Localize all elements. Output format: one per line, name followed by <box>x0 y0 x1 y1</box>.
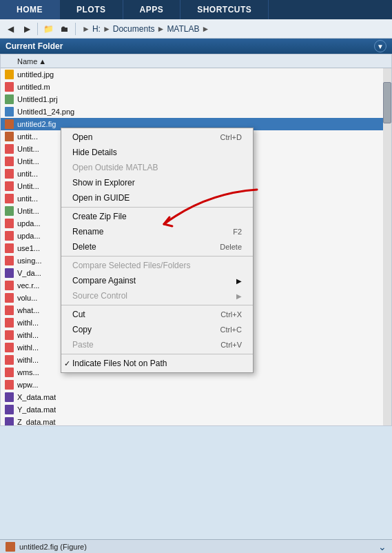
menu-separator <box>61 207 253 208</box>
file-type-icon <box>3 131 14 142</box>
file-type-icon <box>3 193 14 204</box>
menu-item-shortcut: Ctrl+V <box>220 341 242 349</box>
menu-separator <box>61 305 253 305</box>
menu-item-label: Rename <box>72 227 103 237</box>
file-type-icon <box>3 268 14 279</box>
back-button[interactable]: ◀ <box>3 21 18 37</box>
file-type-icon <box>3 243 14 254</box>
menu-item-shortcut: Ctrl+X <box>220 310 242 319</box>
file-name-label: X_data.mat <box>17 393 56 401</box>
menu-item[interactable]: OpenCtrl+D <box>61 130 253 145</box>
folder-icon: 🖿 <box>57 21 72 37</box>
breadcrumb-matlab[interactable]: MATLAB <box>167 24 199 34</box>
menu-item[interactable]: Compare Against▶ <box>61 273 253 288</box>
file-type-icon <box>3 255 14 266</box>
status-text: untitled2.fig (Figure) <box>19 543 87 551</box>
breadcrumb-sep-3: ► <box>202 24 210 34</box>
file-name-label: withl... <box>17 343 39 352</box>
file-type-icon <box>3 156 14 167</box>
file-type-icon <box>3 218 14 229</box>
scrollbar[interactable] <box>383 68 391 425</box>
menu-item-shortcut: Ctrl+C <box>220 325 242 334</box>
scrollbar-thumb[interactable] <box>383 82 391 123</box>
menu-item-shortcut: F2 <box>233 228 242 236</box>
menu-item[interactable]: Create Zip File <box>61 209 253 224</box>
file-name-label: Untit... <box>17 182 39 190</box>
menu-item[interactable]: RenameF2 <box>61 224 253 239</box>
file-name-label: upda... <box>17 232 41 240</box>
file-type-icon <box>3 94 14 105</box>
menu-item-label: Open Outside MATLAB <box>72 163 158 172</box>
menu-item-label: Hide Details <box>72 148 117 157</box>
name-column-label: Name <box>17 57 37 66</box>
submenu-arrow-icon: ▶ <box>236 292 242 300</box>
file-type-icon <box>3 292 14 303</box>
browse-button[interactable]: 📁 <box>41 21 56 37</box>
list-item[interactable]: Untitled1.prj <box>1 93 391 105</box>
list-item[interactable]: untitled.jpg <box>1 68 391 81</box>
list-item[interactable]: wpw... <box>1 379 391 391</box>
menu-item-shortcut: Delete <box>220 243 242 251</box>
menu-item[interactable]: Open in GUIDE <box>61 190 253 205</box>
file-type-icon <box>3 119 14 130</box>
toolbar: ◀ ▶ 📁 🖿 ► H: ► Documents ► MATLAB ► <box>0 19 392 39</box>
breadcrumb-documents[interactable]: Documents <box>113 24 155 34</box>
file-name-label: withl... <box>17 319 39 327</box>
folder-collapse-button[interactable]: ▼ <box>374 40 386 52</box>
menu-item[interactable]: DeleteDelete <box>61 239 253 254</box>
file-name-label: using... <box>17 257 41 265</box>
menu-separator <box>61 354 253 354</box>
status-chevron-icon[interactable]: ⌄ <box>378 541 386 552</box>
file-name-label: Untitled1_24.png <box>17 108 74 116</box>
list-item[interactable]: X_data.mat <box>1 391 391 403</box>
file-type-icon <box>3 342 14 353</box>
breadcrumb-drive[interactable]: H: <box>92 24 101 34</box>
breadcrumb-sep-1: ► <box>103 24 111 34</box>
file-type-icon <box>3 69 14 80</box>
list-item[interactable]: Y_data.mat <box>1 403 391 416</box>
file-type-icon <box>3 305 14 316</box>
menu-item[interactable]: CopyCtrl+C <box>61 322 253 337</box>
tab-plots[interactable]: PLOTS <box>60 0 123 19</box>
tab-home[interactable]: HOME <box>0 0 60 19</box>
file-name-label: what... <box>17 306 39 314</box>
file-name-label: untit... <box>17 194 38 203</box>
menu-item-label: Source Control <box>72 291 127 301</box>
column-header: Name ▲ <box>1 54 391 68</box>
file-name-label: untitled.jpg <box>17 70 54 79</box>
status-bar: untitled2.fig (Figure) ⌄ <box>0 539 392 553</box>
folder-header-title: Current Folder <box>6 41 374 51</box>
file-type-icon <box>3 392 14 403</box>
file-type-icon <box>3 280 14 291</box>
menu-item-label: Compare Selected Files/Folders <box>72 261 190 270</box>
tab-shortcuts[interactable]: SHORTCUTS <box>180 0 269 19</box>
menu-item[interactable]: Show in Explorer <box>61 175 253 190</box>
toolbar-separator-2 <box>75 23 76 35</box>
menu-item: Source Control▶ <box>61 288 253 303</box>
file-name-label: withl... <box>17 331 39 339</box>
list-item[interactable]: Z_data.mat <box>1 416 391 425</box>
file-name-label: untitled2.fig <box>17 120 56 128</box>
file-name-label: upda... <box>17 219 41 228</box>
menu-item-label: Open <box>72 132 92 142</box>
name-column-header[interactable]: Name ▲ <box>17 57 46 66</box>
forward-button[interactable]: ▶ <box>19 21 34 37</box>
menu-item[interactable]: Indicate Files Not on Path <box>61 356 253 371</box>
list-item[interactable]: untitled.m <box>1 81 391 93</box>
file-name-label: withl... <box>17 356 39 364</box>
file-name-label: Untit... <box>17 157 39 165</box>
tab-apps[interactable]: APPS <box>123 0 181 19</box>
menu-item: Open Outside MATLAB <box>61 160 253 175</box>
file-name-label: untitled.m <box>17 83 50 91</box>
file-type-icon <box>3 367 14 378</box>
file-type-icon <box>3 106 14 117</box>
menu-item[interactable]: Hide Details <box>61 145 253 160</box>
menu-item[interactable]: CutCtrl+X <box>61 307 253 322</box>
list-item[interactable]: Untitled1_24.png <box>1 105 391 118</box>
tab-bar: HOME PLOTS APPS SHORTCUTS <box>0 0 392 19</box>
folder-header: Current Folder ▼ <box>0 39 392 54</box>
file-name-label: wpw... <box>17 381 39 389</box>
file-name-label: Z_data.mat <box>17 418 56 425</box>
menu-item-label: Delete <box>72 242 96 252</box>
file-name-label: untit... <box>17 132 38 141</box>
